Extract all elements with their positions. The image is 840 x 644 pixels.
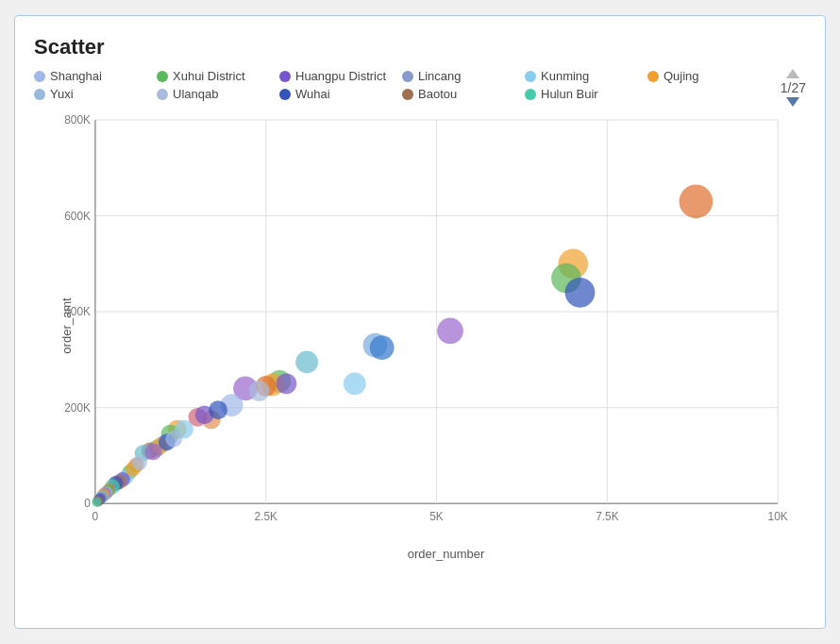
svg-text:0: 0 bbox=[84, 497, 91, 510]
legend-dot bbox=[34, 71, 45, 82]
scatter-point[interactable] bbox=[565, 278, 596, 308]
legend-label: Ulanqab bbox=[173, 87, 218, 101]
legend-label: Kunming bbox=[541, 69, 589, 83]
legend-dot bbox=[402, 89, 413, 100]
svg-text:0: 0 bbox=[92, 510, 99, 523]
svg-text:800K: 800K bbox=[64, 113, 91, 127]
scatter-point[interactable] bbox=[132, 455, 147, 470]
legend-item: Shanghai bbox=[34, 69, 157, 83]
pagination-label: 1/27 bbox=[781, 80, 806, 95]
x-axis-label: order_number bbox=[86, 547, 806, 561]
legend-item: Wuhai bbox=[279, 87, 402, 101]
legend-dot bbox=[525, 71, 536, 82]
legend-label: Baotou bbox=[418, 87, 457, 101]
legend-area: ShanghaiXuhui DistrictHuangpu DistrictLi… bbox=[34, 69, 806, 101]
legend-label: Xuhui District bbox=[173, 69, 245, 83]
legend-label: Lincang bbox=[418, 69, 462, 83]
legend-label: Shanghai bbox=[50, 69, 102, 83]
legend-label: Yuxi bbox=[50, 87, 74, 101]
scatter-point[interactable] bbox=[249, 381, 270, 401]
legend-dot bbox=[402, 71, 413, 82]
chart-title: Scatter bbox=[34, 35, 806, 59]
legend-item: Hulun Buir bbox=[525, 87, 647, 101]
svg-text:200K: 200K bbox=[64, 401, 91, 415]
legend-dot bbox=[647, 71, 659, 82]
svg-text:5K: 5K bbox=[429, 510, 444, 523]
legend-row-2: YuxiUlanqabWuhaiBaotouHulun Buir bbox=[34, 87, 806, 101]
plot-area: 0200K400K600K800K02.5K5K7.5K10K bbox=[86, 109, 797, 543]
legend-item: Xuhui District bbox=[157, 69, 279, 83]
legend-dot bbox=[34, 89, 45, 100]
legend-item: Qujing bbox=[647, 69, 770, 83]
svg-text:600K: 600K bbox=[64, 210, 91, 223]
chart-container: Scatter ShanghaiXuhui DistrictHuangpu Di… bbox=[14, 15, 826, 629]
legend-dot bbox=[525, 89, 536, 100]
pagination[interactable]: 1/27 bbox=[781, 69, 806, 107]
scatter-point[interactable] bbox=[680, 185, 714, 219]
svg-text:10K: 10K bbox=[768, 510, 788, 523]
scatter-point[interactable] bbox=[344, 372, 366, 395]
legend-label: Qujing bbox=[664, 69, 699, 83]
scatter-point[interactable] bbox=[209, 400, 227, 419]
svg-text:2.5K: 2.5K bbox=[255, 510, 278, 523]
scatter-point[interactable] bbox=[295, 351, 318, 374]
legend-dot bbox=[279, 89, 291, 100]
svg-text:400K: 400K bbox=[64, 305, 91, 318]
scatter-point[interactable] bbox=[370, 335, 395, 360]
legend-dot bbox=[157, 89, 168, 100]
scatter-point[interactable] bbox=[437, 318, 463, 345]
scatter-point[interactable] bbox=[277, 373, 297, 394]
pagination-up-button[interactable] bbox=[786, 69, 799, 78]
scatter-point[interactable] bbox=[92, 498, 101, 507]
scatter-plot: 0200K400K600K800K02.5K5K7.5K10K bbox=[86, 109, 797, 543]
legend-dot bbox=[157, 71, 168, 82]
scatter-point[interactable] bbox=[165, 431, 182, 448]
legend-row-1: ShanghaiXuhui DistrictHuangpu DistrictLi… bbox=[34, 69, 806, 83]
svg-text:7.5K: 7.5K bbox=[596, 510, 619, 523]
legend-label: Wuhai bbox=[295, 87, 330, 101]
legend-label: Huangpu District bbox=[295, 69, 386, 83]
pagination-down-button[interactable] bbox=[786, 97, 799, 107]
legend-item: Yuxi bbox=[34, 87, 157, 101]
legend-item: Ulanqab bbox=[157, 87, 279, 101]
scatter-point[interactable] bbox=[144, 443, 161, 460]
legend-label: Hulun Buir bbox=[541, 87, 598, 101]
legend-item: Lincang bbox=[402, 69, 525, 83]
legend-item: Huangpu District bbox=[279, 69, 402, 83]
legend-dot bbox=[279, 71, 291, 82]
chart-area: order_amt 0200K400K600K800K02.5K5K7.5K10… bbox=[86, 109, 797, 543]
legend-item: Kunming bbox=[525, 69, 647, 83]
legend-item: Baotou bbox=[402, 87, 525, 101]
